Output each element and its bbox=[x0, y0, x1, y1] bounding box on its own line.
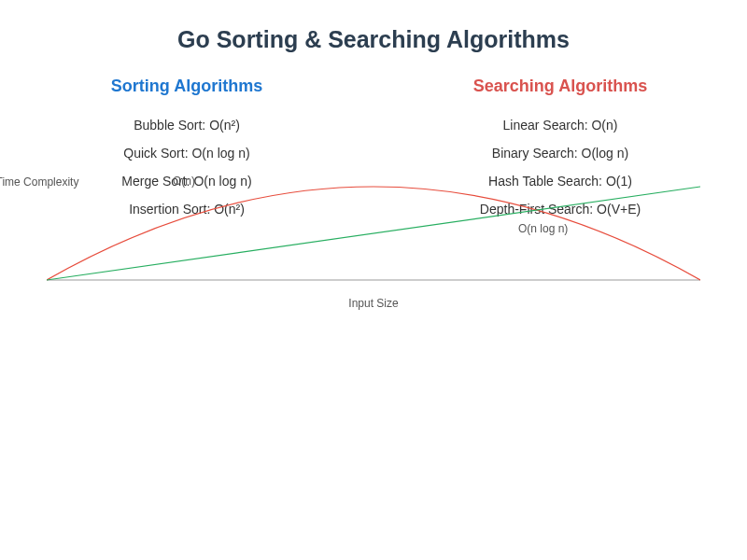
list-item: Bubble Sort: O(n²) bbox=[134, 118, 240, 133]
searching-header: Searching Algorithms bbox=[374, 77, 747, 96]
curve-label-line: O(n log n) bbox=[518, 222, 568, 235]
x-axis-label: Input Size bbox=[0, 297, 747, 310]
page-title: Go Sorting & Searching Algorithms bbox=[0, 26, 747, 53]
sorting-header: Sorting Algorithms bbox=[0, 77, 374, 96]
list-item: Linear Search: O(n) bbox=[503, 118, 618, 133]
curve-label-arc: O(n) bbox=[173, 175, 195, 188]
complexity-chart bbox=[47, 159, 700, 308]
